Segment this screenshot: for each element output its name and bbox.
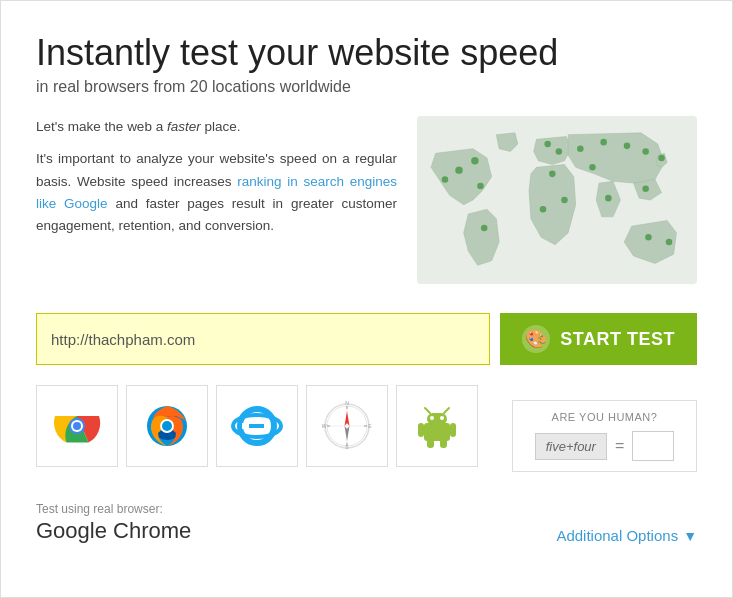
svg-point-4 (544, 141, 551, 148)
svg-rect-36 (244, 424, 249, 428)
svg-text:N: N (345, 400, 349, 406)
world-map (417, 116, 697, 288)
chrome-svg (50, 399, 104, 453)
captcha-input[interactable] (632, 431, 674, 461)
browsers-row: N S E W (36, 385, 486, 467)
svg-point-12 (605, 195, 612, 202)
browsers-captcha-row: N S E W (36, 385, 697, 487)
svg-point-19 (589, 164, 596, 171)
svg-point-15 (561, 197, 568, 204)
intro-line1: Let's make the web a faster place. (36, 116, 397, 138)
captcha-image: five+four (535, 433, 607, 460)
chevron-down-icon: ▼ (683, 528, 697, 544)
svg-point-30 (162, 421, 172, 431)
svg-rect-54 (427, 413, 447, 425)
additional-options-link[interactable]: Additional Options ▼ (556, 527, 697, 544)
browser-label-section: Test using real browser: Google Chrome (36, 502, 191, 544)
sub-title: in real browsers from 20 locations world… (36, 78, 697, 96)
ie-svg (230, 399, 284, 453)
bottom-row: Test using real browser: Google Chrome A… (36, 502, 697, 544)
svg-text:W: W (322, 423, 327, 429)
map-svg (417, 116, 697, 284)
palette-icon: 🎨 (522, 325, 550, 353)
svg-rect-59 (418, 423, 424, 437)
svg-point-16 (442, 176, 449, 183)
svg-rect-62 (440, 439, 447, 448)
captcha-text: five+four (546, 439, 596, 454)
browser-icon-ie[interactable] (216, 385, 298, 467)
current-browser-name: Google Chrome (36, 518, 191, 544)
svg-point-3 (477, 183, 484, 190)
firefox-svg (140, 399, 194, 453)
browser-icon-android[interactable] (396, 385, 478, 467)
android-svg (410, 399, 464, 453)
svg-point-5 (556, 148, 563, 155)
browser-icon-firefox[interactable] (126, 385, 208, 467)
additional-options-label: Additional Options (556, 527, 678, 544)
svg-point-8 (600, 139, 607, 146)
browser-icon-safari[interactable]: N S E W (306, 385, 388, 467)
svg-point-56 (440, 416, 444, 420)
browser-icon-chrome[interactable] (36, 385, 118, 467)
svg-rect-53 (424, 423, 450, 441)
captcha-label: ARE YOU HUMAN? (552, 411, 658, 423)
main-container: Instantly test your website speed in rea… (0, 0, 733, 598)
description-section: Let's make the web a faster place. It's … (36, 116, 397, 288)
captcha-inner: five+four = (535, 431, 675, 461)
captcha-box: ARE YOU HUMAN? five+four = (512, 400, 697, 472)
start-test-button[interactable]: 🎨 START TEST (500, 313, 697, 365)
safari-svg: N S E W (320, 399, 374, 453)
captcha-equals: = (615, 437, 624, 455)
input-row: 🎨 START TEST (36, 313, 697, 365)
svg-point-9 (624, 143, 631, 150)
svg-point-11 (658, 155, 665, 162)
svg-point-6 (549, 171, 556, 178)
url-input[interactable] (36, 313, 490, 365)
page-title: Instantly test your website speed (36, 31, 697, 74)
content-row: Let's make the web a faster place. It's … (36, 116, 697, 288)
svg-point-55 (430, 416, 434, 420)
browser-label-prefix: Test using real browser: (36, 502, 191, 516)
svg-point-25 (73, 422, 81, 430)
svg-rect-60 (450, 423, 456, 437)
start-test-label: START TEST (560, 329, 675, 350)
svg-point-2 (471, 157, 478, 164)
svg-point-20 (666, 239, 673, 246)
svg-point-17 (481, 225, 488, 232)
svg-point-18 (540, 206, 547, 213)
intro-line2: It's important to analyze your website's… (36, 148, 397, 237)
svg-point-7 (577, 146, 584, 153)
svg-point-14 (645, 234, 652, 241)
svg-point-13 (642, 186, 649, 193)
svg-rect-61 (427, 439, 434, 448)
svg-point-10 (642, 148, 649, 155)
svg-point-1 (455, 167, 462, 174)
